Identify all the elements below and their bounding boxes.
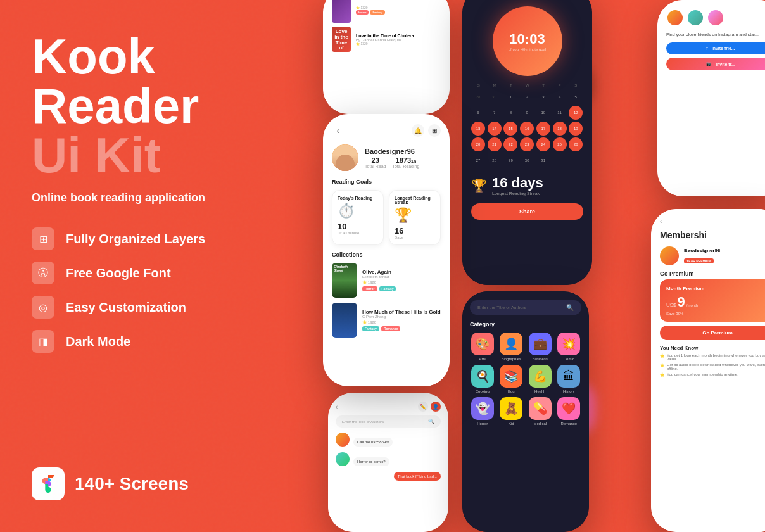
feature-font-label: Free Google Font: [66, 266, 171, 281]
search-icon[interactable]: 🔍: [566, 304, 574, 311]
reading-goals-title: Reading Goals: [332, 179, 441, 185]
you-need-know-title: You Need Know: [660, 345, 765, 351]
feature-layers: ⊞ Fully Organized Layers: [32, 227, 266, 250]
goals-grid: Today's Reading ⏱️ 10 Of 40 minute Longe…: [332, 190, 441, 245]
grid-icon[interactable]: ⊞: [428, 124, 441, 137]
today-sub: Of 40 minute: [338, 231, 378, 235]
category-title: Category: [470, 321, 581, 327]
invite-instagram-button[interactable]: 📷 Invite tr...: [666, 58, 765, 70]
cat-horror[interactable]: 👻 Horror: [470, 397, 495, 426]
go-premium-button[interactable]: Go Premium: [660, 326, 765, 340]
feature-layers-label: Fully Organized Layers: [66, 232, 205, 246]
tag-romance: Romance: [381, 326, 401, 331]
cat-history[interactable]: 🏛 History: [557, 365, 582, 393]
edu-icon: 📚: [500, 365, 522, 388]
screens-count: 140+ Screens: [75, 474, 189, 494]
share-button[interactable]: Share: [471, 203, 583, 220]
back-button[interactable]: ‹: [332, 124, 345, 137]
chat-bubble-3: That book f**king bad...: [394, 472, 441, 481]
book-hills-author: C Pam Zhang: [362, 315, 441, 319]
price-currency: US$: [666, 302, 676, 308]
kid-icon: 🧸: [500, 397, 522, 420]
cat-comic[interactable]: 💥 Comic: [557, 332, 582, 361]
invite-facebook-button[interactable]: f Invite frie...: [666, 42, 765, 54]
search-bar[interactable]: Enter the Title or Authors 🔍: [470, 300, 581, 315]
chat-search-icon: 🔍: [428, 419, 434, 424]
phone-top-list: ⭐ 1320 Horror Fantasy Love in the Time o…: [323, 0, 450, 114]
ig-icon: 📷: [706, 61, 712, 66]
price-save-label: Save 30%: [666, 312, 765, 315]
bio-icon: 👤: [500, 332, 522, 355]
feature-custom-label: Easy Customization: [66, 300, 186, 315]
chat-search-text: Enter the Title or Authors: [342, 420, 384, 424]
left-panel: Kook Reader Ui Kit Online book reading a…: [0, 0, 298, 532]
price-number: 9: [678, 294, 685, 310]
plan-name: Month Premium: [666, 286, 765, 291]
price-period: /month: [686, 303, 698, 307]
horror-icon: 👻: [471, 397, 494, 420]
feature-dark-label: Dark Mode: [66, 334, 130, 349]
cal-fri: F: [552, 84, 567, 87]
premium-badge: YEAR PREMIUM: [684, 258, 714, 263]
app-subtitle: Ui Kit: [32, 130, 266, 180]
arts-icon: 🎨: [471, 332, 494, 355]
cat-arts[interactable]: 🎨 Arts: [470, 332, 495, 361]
phone-timer: 10:03 of your 40-minute goal S M T W T F…: [462, 0, 592, 285]
figma-icon: [32, 467, 65, 500]
book-hills-rating: ⭐ 1320: [362, 320, 441, 324]
cat-cooking[interactable]: 🍳 Cooking: [470, 365, 495, 393]
feature-dark: ◨ Dark Mode: [32, 330, 266, 353]
timer-circle: 10:03 of your 40-minute goal: [493, 6, 562, 76]
romance-icon: ❤️: [557, 397, 580, 420]
cal-mon: M: [488, 84, 503, 87]
cat-biographies[interactable]: 👤 Biographies: [499, 332, 524, 361]
book-title-cholera: Love in the Time of Cholera: [356, 34, 414, 38]
history-icon: 🏛: [557, 365, 580, 388]
know-item-1: ⭐You get 1 logo each month beginning whe…: [660, 353, 765, 361]
cal-tue: T: [503, 84, 519, 87]
business-icon: 💼: [529, 332, 552, 355]
features-list: ⊞ Fully Organized Layers Ⓐ Free Google F…: [32, 227, 266, 353]
layers-icon: ⊞: [32, 227, 54, 250]
cooking-icon: 🍳: [471, 365, 494, 388]
search-placeholder: Enter the Title or Authors: [477, 305, 526, 310]
book-olive-rating: ⭐ 1320: [362, 280, 396, 284]
chat-messages: Call me 03558696! Horror or comic? That …: [336, 433, 441, 481]
phone-profile: ‹ 🔔 ⊞ Baodesigner96 23: [323, 114, 450, 386]
phone-chat: ‹ ✏️ 👤 Enter the Title or Authors 🔍 Call…: [328, 393, 448, 532]
feature-font: Ⓐ Free Google Font: [32, 262, 266, 284]
member-username: Baodesigner96: [684, 248, 720, 253]
membership-title: Membershi: [660, 230, 765, 240]
cat-business[interactable]: 💼 Business: [528, 332, 553, 361]
cat-edu[interactable]: 📚 Edu: [499, 365, 524, 393]
collections-title: Collections: [332, 251, 441, 258]
find-friends-text: Find your close friends on Instagram and…: [666, 32, 765, 37]
user-avatar: [332, 144, 358, 171]
health-icon: 💪: [529, 365, 552, 388]
streak-fire-icon: 🏆: [471, 178, 487, 193]
cat-health[interactable]: 💪 Health: [528, 365, 553, 393]
cal-wed: W: [520, 84, 535, 87]
timer-goal-sub: of your 40-minute goal: [509, 48, 547, 51]
streak-value: 16: [395, 226, 435, 236]
cat-romance[interactable]: ❤️ Romance: [557, 397, 582, 426]
book-hills-gold: How Much of These Hills Is Gold C Pam Zh…: [332, 303, 441, 338]
book-list-item-1: ⭐ 1320 Horror Fantasy: [332, 0, 441, 23]
cat-medical[interactable]: 💊 Medical: [528, 397, 553, 426]
phone-categories: Enter the Title or Authors 🔍 Category 🎨 …: [462, 291, 589, 532]
book-olive-title: Olive, Again: [362, 269, 396, 275]
feature-custom: ◎ Easy Customization: [32, 296, 266, 319]
custom-icon: ◎: [32, 296, 54, 319]
cat-kid[interactable]: 🧸 Kid: [499, 397, 524, 426]
dark-icon: ◨: [32, 330, 54, 353]
today-reading-card: Today's Reading ⏱️ 10 Of 40 minute: [332, 190, 384, 245]
tag-fantasy-2: Fantasy: [362, 326, 379, 331]
medical-icon: 💊: [529, 397, 552, 420]
streak-sub: Days: [395, 236, 435, 239]
total-reading-count: 18731h: [392, 156, 419, 164]
member-avatar: [660, 246, 679, 265]
total-read-count: 23: [365, 156, 386, 164]
bell-icon[interactable]: 🔔: [412, 124, 424, 137]
cal-thu: T: [536, 84, 551, 87]
chat-search-bar[interactable]: Enter the Title or Authors 🔍: [336, 415, 441, 428]
